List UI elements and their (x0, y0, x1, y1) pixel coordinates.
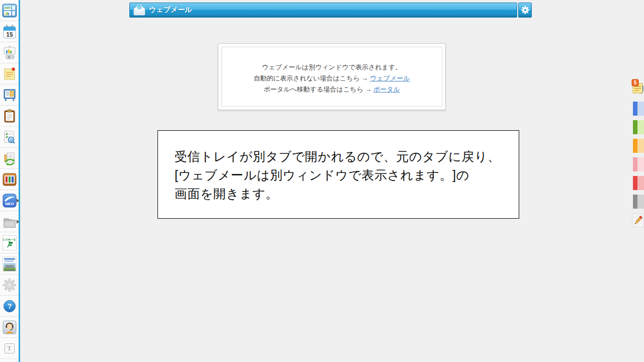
sidebar-item-survey[interactable]: Q (0, 127, 19, 148)
green-tab-light-half (637, 120, 644, 134)
svg-text:@: @ (138, 6, 141, 9)
settings-gear-icon (2, 278, 17, 293)
webmail-notice-content: ウェブメールは別ウィンドウで表示されます。 自動的に表示されない場合はこちら →… (221, 47, 442, 107)
sidebar-item-bulletin-board[interactable] (0, 84, 19, 106)
annotation-line-2: [ウェブメールは別ウィンドウで表示されます。]の (175, 166, 509, 185)
portal-dashboard-icon (2, 3, 17, 18)
text-tool-icon: T (5, 343, 15, 353)
svg-text:Q: Q (9, 138, 12, 142)
webmail-header: @ ウェブメール (129, 3, 532, 18)
page-title: ウェブメール (149, 6, 192, 15)
help-label: ? (7, 302, 12, 310)
neo-app-icon: NEO (2, 193, 17, 208)
red-tab[interactable] (633, 176, 644, 190)
sidebar-item-presentation[interactable] (0, 42, 19, 63)
orange-tab[interactable] (633, 139, 644, 153)
document-circulation-icon (2, 151, 17, 166)
pink-tab-dark-half (633, 157, 637, 171)
memo-notification-button[interactable]: 5 (631, 79, 644, 97)
calendar-icon: 15 (2, 24, 17, 39)
tanomeru-icon: たのめーる (3, 235, 17, 250)
company-banner-icon (3, 256, 17, 272)
sidebar-item-notes[interactable] (0, 63, 19, 84)
presentation-projector-icon (2, 45, 17, 60)
left-sidebar: 15 (0, 0, 20, 362)
bulletin-board-icon (2, 87, 17, 103)
pencil-icon (633, 215, 643, 226)
submenu-arrow-icon[interactable] (17, 199, 19, 203)
clipboard-icon (2, 109, 17, 124)
help-icon: ? (2, 299, 17, 314)
sidebar-item-tanomeru[interactable]: たのめーる (0, 232, 19, 253)
gray-tab[interactable] (633, 195, 644, 209)
bookshelf-icon (2, 172, 17, 187)
notice-line-3-text: ポータルへ移動する場合はこちら → (264, 85, 373, 93)
sidebar-item-help[interactable]: ? (0, 296, 19, 317)
pink-tab[interactable] (633, 157, 644, 171)
calendar-day-label: 15 (6, 31, 13, 38)
sticky-note-icon (2, 66, 17, 81)
settings-gear-icon (521, 6, 530, 15)
blue-tab[interactable] (633, 102, 644, 116)
tanomeru-runner-icon (6, 241, 14, 248)
notice-line-1: ウェブメールは別ウィンドウで表示されます。 (222, 62, 442, 73)
sidebar-item-settings[interactable] (0, 275, 19, 296)
folder-icon (2, 214, 17, 229)
sidebar-item-circulation[interactable] (0, 148, 19, 169)
pencil-edit-button[interactable] (632, 213, 644, 227)
sidebar-item-folder[interactable] (0, 211, 19, 232)
gray-tab-dark-half (633, 195, 637, 209)
notice-line-2: 自動的に表示されない場合はこちら → ウェブメール (222, 73, 442, 84)
right-color-tabs (633, 102, 644, 209)
sidebar-item-support[interactable] (0, 317, 19, 338)
header-settings-button[interactable] (518, 3, 532, 18)
webmail-link[interactable]: ウェブメール (370, 74, 410, 82)
sidebar-item-clipboard[interactable] (0, 106, 19, 127)
sidebar-item-portal[interactable] (0, 0, 19, 21)
submenu-arrow-icon[interactable] (17, 220, 19, 224)
red-tab-dark-half (633, 176, 637, 190)
annotation-line-3: 画面を開きます。 (175, 185, 509, 203)
notice-line-3: ポータルへ移動する場合はこちら → ポータル (222, 84, 442, 95)
portal-link[interactable]: ポータル (373, 85, 400, 93)
webmail-notice-panel: ウェブメールは別ウィンドウで表示されます。 自動的に表示されない場合はこちら →… (218, 43, 446, 110)
right-sidebar: 5 (631, 79, 644, 227)
green-tab[interactable] (633, 120, 644, 134)
blue-tab-light-half (637, 102, 644, 116)
neo-label: NEO (5, 202, 14, 206)
sidebar-item-calendar[interactable]: 15 (0, 21, 19, 42)
sidebar-item-neo[interactable]: NEO (0, 190, 19, 211)
instruction-annotation-box: 受信トレイが別タブで開かれるので、元のタブに戻り、 [ウェブメールは別ウィンドウ… (157, 130, 519, 219)
green-tab-dark-half (633, 120, 637, 134)
annotation-line-1: 受信トレイが別タブで開かれるので、元のタブに戻り、 (175, 147, 509, 166)
webmail-envelope-icon: @ (133, 4, 146, 16)
memo-note-icon: 5 (631, 79, 644, 95)
gray-tab-light-half (637, 195, 644, 209)
sidebar-item-company-banner[interactable] (0, 253, 19, 275)
orange-tab-dark-half (633, 139, 637, 153)
text-tool-label: T (8, 344, 12, 352)
support-operator-icon (2, 320, 17, 335)
orange-tab-light-half (637, 139, 644, 153)
sidebar-item-text-tool[interactable]: T (0, 338, 19, 359)
sidebar-item-bookshelf[interactable] (0, 169, 19, 190)
memo-badge-count: 5 (634, 80, 637, 85)
webmail-title-bar: @ ウェブメール (129, 3, 517, 18)
notice-line-2-text: 自動的に表示されない場合はこちら → (254, 74, 370, 82)
red-tab-light-half (637, 176, 644, 190)
survey-check-search-icon: Q (2, 130, 17, 145)
pink-tab-light-half (637, 157, 644, 171)
blue-tab-dark-half (633, 102, 637, 116)
